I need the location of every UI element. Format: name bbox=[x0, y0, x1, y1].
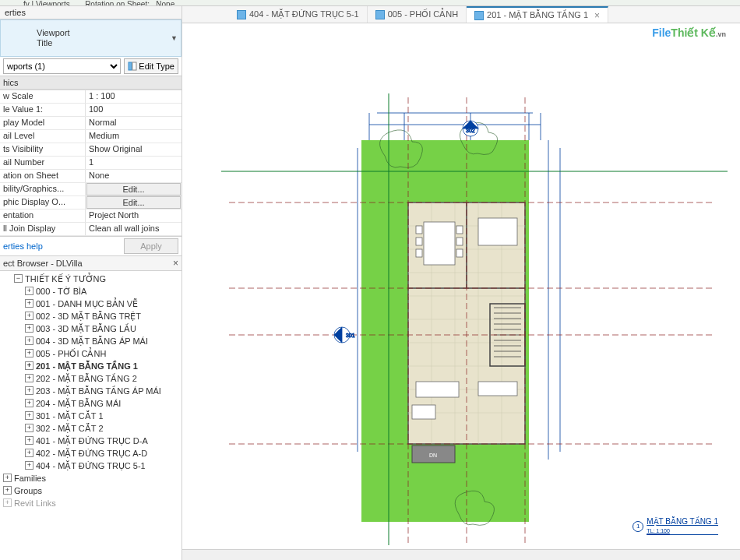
category-graphics[interactable]: hics bbox=[0, 76, 181, 90]
property-value[interactable]: Medium bbox=[86, 130, 181, 143]
close-tab-icon[interactable]: × bbox=[594, 10, 600, 21]
close-icon[interactable]: × bbox=[173, 258, 178, 269]
canvas-area: 404 - MẶT ĐỨNG TRỤC 5-1005 - PHỐI CẢNH20… bbox=[182, 6, 740, 560]
property-label: play Model bbox=[0, 117, 86, 129]
property-value[interactable]: 1 bbox=[86, 157, 181, 169]
property-row[interactable]: le Value 1:100 bbox=[0, 104, 181, 117]
view-tab[interactable]: 005 - PHỐI CẢNH bbox=[368, 6, 467, 23]
property-row[interactable]: bility/Graphics...Edit... bbox=[0, 183, 181, 196]
svg-rect-1 bbox=[132, 62, 136, 70]
property-row[interactable]: ail LevelMedium bbox=[0, 130, 181, 143]
property-row[interactable]: ll Join DisplayClean all wall joins bbox=[0, 223, 181, 236]
view-tab[interactable]: 201 - MẬT BẰNG TẦNG 1× bbox=[467, 6, 608, 23]
property-value[interactable]: Normal bbox=[86, 117, 181, 129]
edit-type-button[interactable]: 1234DCBA Edit Type bbox=[124, 58, 178, 74]
tree-sheet[interactable]: +401 - MẶT ĐỨNG TRỤC D-A bbox=[0, 435, 181, 447]
tree-revit-links[interactable]: +Revit Links bbox=[0, 497, 181, 509]
property-label: w Scale bbox=[0, 90, 86, 103]
tree-sheet[interactable]: +301 - MẶT CẮT 1 bbox=[0, 410, 181, 422]
property-row[interactable]: ail Number1 bbox=[0, 157, 181, 170]
svg-rect-50 bbox=[456, 226, 463, 234]
property-row[interactable]: phic Display O...Edit... bbox=[0, 196, 181, 210]
svg-rect-47 bbox=[416, 226, 422, 234]
property-value[interactable]: 100 bbox=[86, 104, 181, 116]
tree-sheet[interactable]: +201 - MẬT BẰNG TẦNG 1 bbox=[0, 360, 181, 372]
expand-icon[interactable]: + bbox=[25, 349, 33, 357]
tree-sheet[interactable]: +302 - MẶT CẮT 2 bbox=[0, 422, 181, 435]
svg-text:301: 301 bbox=[346, 333, 355, 338]
tree-node[interactable]: −THIẾT KẾ Ý TƯỞNG bbox=[0, 273, 181, 285]
tree-sheet[interactable]: +001 - DANH MỤC BẢN VẼ bbox=[0, 298, 181, 310]
expand-icon[interactable]: + bbox=[25, 386, 33, 395]
tree-sheet[interactable]: +003 - 3D MẶT BẰNG LẦU bbox=[0, 322, 181, 335]
tree-sheet[interactable]: +005 - PHỐI CẢNH bbox=[0, 347, 181, 360]
expand-icon[interactable]: + bbox=[25, 424, 33, 432]
view-tabs: 404 - MẶT ĐỨNG TRỤC 5-1005 - PHỐI CẢNH20… bbox=[182, 6, 740, 23]
expand-icon[interactable]: + bbox=[25, 324, 33, 333]
tree-sheet[interactable]: +404 - MẶT ĐỨNG TRỤC 5-1 bbox=[0, 460, 181, 472]
property-label: bility/Graphics... bbox=[0, 183, 86, 195]
property-row[interactable]: play ModelNormal bbox=[0, 117, 181, 130]
tree-families[interactable]: +Families bbox=[0, 472, 181, 484]
tree-sheet[interactable]: +002 - 3D MẶT BẰNG TRỆT bbox=[0, 310, 181, 322]
expand-icon[interactable]: + bbox=[25, 299, 33, 308]
property-label: phic Display O... bbox=[0, 196, 86, 209]
left-panel: erties ViewportTitle ▼ wports (1) 1234DC… bbox=[0, 6, 182, 560]
tree-sheet[interactable]: +000 - TỜ BÌA bbox=[0, 285, 181, 298]
project-browser-header: ect Browser - DLVilla × bbox=[0, 255, 181, 271]
svg-rect-53 bbox=[478, 218, 517, 245]
property-value[interactable]: Project North bbox=[86, 210, 181, 222]
tree-sheet[interactable]: +004 - 3D MẶT BẰNG ÁP MÁI bbox=[0, 335, 181, 347]
svg-rect-55 bbox=[478, 382, 517, 396]
property-row[interactable]: ts VisibilityShow Original bbox=[0, 143, 181, 157]
property-label: ation on Sheet bbox=[0, 170, 86, 182]
edit-type-icon: 1234DCBA bbox=[128, 62, 137, 71]
apply-button[interactable]: Apply bbox=[124, 238, 178, 254]
properties-help-link[interactable]: erties help bbox=[3, 241, 43, 251]
property-row[interactable]: w Scale1 : 100 bbox=[0, 90, 181, 104]
type-selector[interactable]: ViewportTitle ▼ bbox=[0, 19, 181, 57]
property-value[interactable]: Show Original bbox=[86, 143, 181, 156]
svg-rect-46 bbox=[424, 222, 455, 265]
drawing-canvas[interactable]: DN bbox=[182, 23, 740, 549]
property-label: ail Number bbox=[0, 157, 86, 169]
property-label: entation bbox=[0, 210, 86, 222]
tree-groups[interactable]: +Groups bbox=[0, 484, 181, 497]
expand-icon[interactable]: + bbox=[25, 449, 33, 457]
tree-sheet[interactable]: +202 - MẶT BẰNG TẦNG 2 bbox=[0, 372, 181, 385]
expand-icon[interactable]: + bbox=[25, 436, 33, 445]
expand-icon[interactable]: + bbox=[25, 336, 33, 345]
expand-icon[interactable]: + bbox=[25, 399, 33, 407]
property-row[interactable]: ation on SheetNone bbox=[0, 170, 181, 183]
sheet-icon bbox=[237, 10, 246, 19]
property-value[interactable]: 1 : 100 bbox=[86, 90, 181, 103]
sheet-icon bbox=[375, 10, 385, 19]
expand-icon[interactable]: + bbox=[25, 374, 33, 382]
property-edit-button[interactable]: Edit... bbox=[86, 183, 181, 195]
tree-sheet[interactable]: +203 - MẶT BẰNG TẦNG ÁP MÁI bbox=[0, 385, 181, 397]
ribbon-fragment: fy | Viewports Rotation on Sheet: None bbox=[0, 0, 740, 6]
view-tab[interactable]: 404 - MẶT ĐỨNG TRỤC 5-1 bbox=[229, 6, 368, 23]
expand-icon[interactable]: + bbox=[25, 287, 33, 295]
svg-text:DN: DN bbox=[429, 453, 437, 458]
svg-rect-52 bbox=[456, 249, 463, 257]
project-browser-tree[interactable]: −THIẾT KẾ Ý TƯỞNG +000 - TỜ BÌA+001 - DA… bbox=[0, 271, 181, 560]
sheet-icon bbox=[474, 11, 484, 20]
expand-icon[interactable]: + bbox=[25, 411, 33, 420]
property-label: ll Join Display bbox=[0, 223, 86, 235]
expand-icon[interactable]: + bbox=[25, 361, 33, 370]
property-edit-button[interactable]: Edit... bbox=[86, 196, 181, 209]
property-value[interactable]: None bbox=[86, 170, 181, 182]
property-row[interactable]: entationProject North bbox=[0, 210, 181, 223]
property-label: ail Level bbox=[0, 130, 86, 143]
property-value[interactable]: Clean all wall joins bbox=[86, 223, 181, 235]
view-title: 1 MẬT BẰNG TẦNG 1 TL: 1:100 bbox=[633, 517, 718, 535]
tree-sheet[interactable]: +402 - MẶT ĐỨNG TRỤC A-D bbox=[0, 447, 181, 460]
property-label: ts Visibility bbox=[0, 143, 86, 156]
expand-icon[interactable]: + bbox=[25, 312, 33, 320]
tree-sheet[interactable]: +204 - MẶT BẰNG MÁI bbox=[0, 397, 181, 410]
svg-rect-56 bbox=[412, 405, 435, 419]
expand-icon[interactable]: + bbox=[25, 461, 33, 470]
instance-filter[interactable]: wports (1) bbox=[3, 58, 121, 74]
svg-rect-49 bbox=[416, 249, 422, 257]
